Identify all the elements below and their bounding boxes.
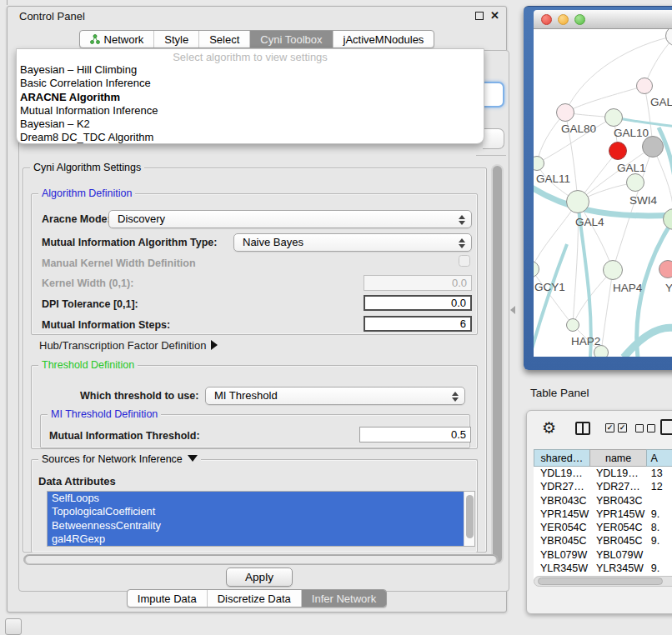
- tab-network-label: Network: [104, 31, 144, 48]
- attribute-item[interactable]: gal4RGexp: [48, 532, 474, 546]
- table-row[interactable]: YBL079WYBL079W: [534, 548, 672, 562]
- algorithm-option[interactable]: ARACNE Algorithm: [17, 91, 484, 104]
- inference-algorithm-combo-fragment[interactable]: [483, 82, 504, 108]
- document-icon[interactable]: [660, 419, 672, 435]
- sources-title[interactable]: Sources for Network Inference: [38, 453, 201, 465]
- network-node[interactable]: [642, 136, 664, 158]
- dpi-tolerance-field[interactable]: 0.0: [364, 295, 472, 311]
- network-node[interactable]: [665, 29, 672, 46]
- tab-style[interactable]: Style: [154, 31, 199, 48]
- network-node-hap4[interactable]: [603, 260, 623, 280]
- unchecked-boxes-icon[interactable]: [635, 424, 655, 432]
- node-label: GAL80: [561, 122, 596, 135]
- gear-icon[interactable]: ⚙: [542, 418, 556, 438]
- network-node-gal80[interactable]: [556, 103, 574, 122]
- table-cell: YPR145W: [534, 508, 589, 521]
- table-row[interactable]: YER054CYER054C8.: [534, 521, 672, 534]
- table-cell: YDL19…: [534, 467, 589, 480]
- network-node-gal7[interactable]: [636, 78, 653, 94]
- checked-boxes-icon[interactable]: ✓✓: [605, 423, 627, 432]
- node-label: HAP4: [613, 282, 642, 294]
- settings-vertical-scrollbar[interactable]: [491, 164, 504, 564]
- network-node-swi4[interactable]: [626, 173, 644, 192]
- mi-algorithm-type-select[interactable]: Naive Bayes: [233, 233, 472, 252]
- close-window-icon[interactable]: [541, 14, 552, 25]
- column-header-partial[interactable]: A: [646, 449, 672, 467]
- table-cell: 13: [647, 467, 672, 480]
- table-row[interactable]: YBR043CYBR043C: [534, 494, 672, 508]
- network-canvas[interactable]: GAL7GAL80GAL10GAL1SWI4GAL11GAL4GCY1HAP4Y…: [534, 29, 672, 357]
- algorithm-option[interactable]: Dream8 DC_TDC Algorithm: [17, 131, 484, 144]
- algorithm-option[interactable]: Basic Correlation Inference: [17, 77, 484, 90]
- attribute-item[interactable]: SelfLoops: [48, 492, 474, 505]
- table-cell: YBL079W: [534, 548, 589, 562]
- table-cell: YBR045C: [589, 534, 647, 548]
- tab-select[interactable]: Select: [199, 31, 250, 48]
- tab-cyni-toolbox[interactable]: Cyni Toolbox: [250, 31, 333, 48]
- attribute-item[interactable]: TopologicalCoefficient: [48, 505, 474, 518]
- table-row[interactable]: YDL19…YDL19…13: [534, 467, 672, 480]
- panel-splitter-arrow[interactable]: [510, 306, 515, 314]
- sources-group: Sources for Network Inference Data Attri…: [31, 459, 478, 552]
- aracne-mode-select[interactable]: Discovery: [108, 210, 472, 228]
- node-label: GAL10: [614, 127, 649, 139]
- tab-network[interactable]: Network: [80, 31, 155, 48]
- network-node[interactable]: [594, 345, 609, 357]
- table-row[interactable]: YLR345WYLR345W9.: [534, 562, 672, 575]
- mi-steps-label: Mutual Information Steps:: [42, 319, 170, 331]
- attribute-item[interactable]: BetweennessCentrality: [48, 519, 474, 532]
- column-header-shared[interactable]: shared…: [534, 449, 589, 467]
- network-node-gcy1[interactable]: [534, 261, 539, 278]
- network-node[interactable]: [663, 208, 672, 230]
- expanded-arrow-icon: [188, 455, 198, 462]
- mi-threshold-field[interactable]: 0.5: [359, 427, 471, 442]
- screen: Control Panel ✕ Network Style Sel: [0, 0, 672, 635]
- tab-jactivemnodules[interactable]: jActiveMNodules: [333, 31, 434, 48]
- zoom-window-icon[interactable]: [574, 14, 585, 25]
- float-panel-icon[interactable]: [475, 12, 484, 20]
- settings-horizontal-scrollbar[interactable]: [23, 554, 499, 565]
- manual-kernel-width-checkbox[interactable]: [459, 255, 470, 267]
- network-node-y[interactable]: [659, 260, 672, 278]
- table-cell: YDL19…: [589, 467, 647, 480]
- close-panel-icon[interactable]: ✕: [490, 9, 499, 22]
- algorithm-dropdown-list: Select algorithm to view settings Bayesi…: [16, 48, 484, 144]
- node-label: GAL4: [575, 216, 604, 228]
- table-row[interactable]: YPR145WYPR145W9.: [534, 508, 672, 521]
- table-horizontal-scrollbar[interactable]: [534, 576, 672, 587]
- algorithm-option[interactable]: Bayesian – Hill Climbing: [17, 63, 484, 77]
- attributes-scrollbar[interactable]: [464, 492, 474, 546]
- node-label: GAL1: [617, 162, 646, 174]
- table-panel-title: Table Panel: [530, 387, 589, 399]
- network-window-titlebar[interactable]: [534, 10, 672, 29]
- table-row[interactable]: YDR27…YDR27…12: [534, 480, 672, 493]
- tab-discretize-data[interactable]: Discretize Data: [208, 590, 302, 607]
- minimize-window-icon[interactable]: [558, 14, 569, 25]
- mi-steps-field[interactable]: 6: [364, 316, 472, 332]
- split-view-icon[interactable]: [575, 422, 590, 435]
- network-node-gal4[interactable]: [566, 190, 589, 213]
- tab-infer-network[interactable]: Infer Network: [302, 590, 386, 607]
- table-cell: YLR345W: [534, 562, 589, 575]
- network-node-gal1[interactable]: [609, 142, 627, 160]
- network-node-hap2[interactable]: [566, 318, 579, 332]
- table-cell: YDR27…: [534, 480, 589, 493]
- table-cell: YBR045C: [534, 534, 589, 548]
- column-header-name[interactable]: name: [589, 449, 647, 467]
- bottom-left-mini-button[interactable]: [5, 618, 22, 635]
- tab-impute-data[interactable]: Impute Data: [128, 590, 208, 607]
- mi-algorithm-type-label: Mutual Information Algorithm Type:: [42, 237, 217, 248]
- table-data-combo-fragment[interactable]: [483, 128, 504, 149]
- node-table: shared… name A YDL19…YDL19…13YDR27…YDR27…: [534, 449, 672, 580]
- table-row[interactable]: YBR045CYBR045C9.: [534, 534, 672, 548]
- which-threshold-select[interactable]: MI Threshold: [205, 387, 465, 405]
- network-node-gal10[interactable]: [604, 108, 623, 127]
- kernel-width-label: Kernel Width (0,1):: [42, 278, 133, 289]
- algorithm-option[interactable]: Mutual Information Inference: [17, 104, 484, 118]
- hub-tf-definition-toggle[interactable]: Hub/Transcription Factor Definition: [39, 338, 218, 352]
- apply-button[interactable]: Apply: [226, 568, 293, 587]
- node-label: GAL11: [536, 172, 570, 185]
- network-node-gal11[interactable]: [534, 156, 544, 171]
- algorithm-option[interactable]: Bayesian – K2: [17, 118, 484, 131]
- kernel-width-field[interactable]: 0.0: [364, 275, 472, 291]
